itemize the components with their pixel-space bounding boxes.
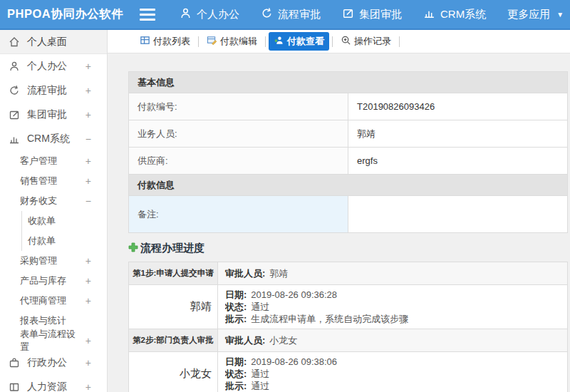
tab-label: 付款编辑 — [220, 35, 257, 48]
progress-table: 第1步:申请人提交申请 审批人员:郭靖 郭靖 日期:2019-08-26 09:… — [128, 262, 568, 392]
sidebar-item-label: CRM系统 — [27, 133, 70, 145]
nav-personal-office[interactable]: 个人办公 — [180, 7, 239, 21]
status-label: 状态: — [225, 301, 247, 312]
comment-label: 批示: — [225, 381, 247, 391]
nav-label: CRM系统 — [440, 8, 486, 21]
tab-payment-list[interactable]: 付款列表 — [135, 32, 195, 51]
bar-chart-icon — [9, 133, 21, 145]
expander-icon[interactable]: + — [83, 295, 91, 306]
table-row: 业务人员: 郭靖 — [129, 120, 568, 148]
progress-section-title: 流程办理进度 — [128, 242, 570, 255]
date-value: 2019-08-26 09:36:28 — [251, 289, 337, 300]
sidebar-item-label: 收款单 — [22, 215, 56, 227]
nav-process-approval[interactable]: 流程审批 — [261, 7, 321, 21]
step-header-row: 第2步:部门负责人审批 审批人员:小龙女 — [129, 329, 568, 352]
briefcase-icon — [9, 357, 21, 368]
content: 基本信息 付款编号: T20190826093426 业务人员: 郭靖 供应商:… — [108, 53, 570, 392]
step-approver: 审批人员:郭靖 — [218, 262, 568, 285]
tab-separator — [332, 36, 333, 47]
tab-separator — [399, 36, 400, 47]
sidebar-item-label: 行政办公 — [27, 356, 67, 369]
magnifier-plus-icon — [341, 35, 351, 48]
home-icon — [9, 36, 21, 48]
step-approver: 审批人员:小龙女 — [218, 329, 568, 352]
nav-label: 更多应用 — [507, 8, 550, 21]
sidebar-item-admin-office[interactable]: 行政办公 + — [0, 351, 107, 375]
sidebar-item-payment-form[interactable]: 付款单 — [21, 231, 107, 251]
sidebar-item-personal-office[interactable]: 个人办公 + — [0, 54, 107, 78]
expander-icon[interactable]: + — [83, 381, 91, 392]
expander-icon[interactable]: + — [83, 357, 91, 368]
nav-more-apps[interactable]: 更多应用 ▼ — [507, 8, 564, 21]
tab-payment-edit[interactable]: 付款编辑 — [202, 32, 262, 51]
section-header-basic-info: 基本信息 — [129, 72, 568, 93]
step-detail-row: 郭靖 日期:2019-08-26 09:36:28 状态:通过 批示:生成流程申… — [129, 285, 568, 329]
sidebar-item-process-approval[interactable]: 流程审批 + — [0, 78, 107, 103]
sidebar-item-human-resources[interactable]: 人力资源 + — [0, 375, 107, 392]
step-detail: 日期:2019-08-26 09:36:28 状态:通过 批示:生成流程申请单，… — [218, 285, 568, 329]
person-view-icon — [274, 35, 284, 48]
field-value-supplier: ergfs — [348, 148, 568, 175]
sidebar-item-label: 客户管理 — [20, 155, 57, 167]
tab-payment-view[interactable]: 付款查看 — [269, 32, 329, 51]
expander-icon[interactable]: + — [83, 275, 91, 287]
expander-icon[interactable]: − — [83, 133, 91, 145]
sidebar-item-form-process-settings[interactable]: 表单与流程设置 + — [0, 331, 107, 351]
expander-icon[interactable]: + — [83, 109, 91, 120]
expander-icon[interactable]: − — [83, 195, 91, 207]
basic-info-table: 基本信息 付款编号: T20190826093426 业务人员: 郭靖 供应商:… — [128, 71, 568, 233]
expander-icon[interactable]: + — [83, 255, 91, 267]
expander-icon[interactable]: + — [83, 175, 91, 187]
plus-icon — [128, 242, 138, 254]
tab-separator — [198, 36, 199, 47]
step-detail-row: 小龙女 日期:2019-08-26 09:38:06 状态:通过 批示:通过 — [129, 352, 568, 392]
sidebar-item-group-approval[interactable]: 集团审批 + — [0, 103, 107, 127]
comment-value: 生成流程申请单，系统自动完成该步骤 — [251, 314, 408, 324]
process-cycle-icon — [261, 7, 273, 21]
progress-title-text: 流程办理进度 — [140, 242, 204, 255]
tab-label: 操作记录 — [354, 35, 391, 48]
sidebar-item-customer-mgmt[interactable]: 客户管理 + — [0, 151, 107, 171]
topbar: PHPOA协同办公软件 个人办公 流程审批 集团审批 CRM系统 更多应用 ▼ — [0, 0, 570, 30]
sidebar-item-crm-system[interactable]: CRM系统 − — [0, 127, 107, 151]
status-value: 通过 — [251, 368, 269, 379]
expander-icon[interactable]: + — [83, 155, 91, 167]
approver-label: 审批人员: — [225, 268, 265, 279]
section-header-payment-info: 付款信息 — [129, 175, 568, 196]
sidebar-item-agent-mgmt[interactable]: 代理商管理 + — [0, 291, 107, 311]
sidebar-item-personal-desktop[interactable]: 个人桌面 — [0, 30, 107, 54]
expander-icon[interactable]: + — [83, 61, 91, 72]
sidebar-item-product-inventory[interactable]: 产品与库存 + — [0, 271, 107, 291]
step-header-row: 第1步:申请人提交申请 审批人员:郭靖 — [129, 262, 568, 285]
step-title: 第2步:部门负责人审批 — [129, 329, 218, 352]
bar-chart-icon — [423, 7, 435, 21]
field-label-supplier: 供应商: — [129, 148, 348, 175]
approver-label: 审批人员: — [225, 335, 265, 346]
field-value-payment-no: T20190826093426 — [348, 93, 568, 120]
sidebar-item-finance[interactable]: 财务收支 − — [0, 191, 107, 211]
sidebar-item-label: 产品与库存 — [20, 274, 66, 287]
nav-crm-system[interactable]: CRM系统 — [423, 7, 486, 21]
tab-bar: 付款列表 付款编辑 付款查看 操作记录 — [108, 30, 570, 53]
person-icon — [9, 61, 21, 72]
tab-operation-log[interactable]: 操作记录 — [336, 32, 396, 51]
expander-icon[interactable]: + — [83, 335, 91, 346]
top-nav: 个人办公 流程审批 集团审批 CRM系统 更多应用 ▼ — [180, 7, 564, 21]
tab-label: 付款查看 — [287, 35, 324, 48]
sidebar-item-label: 采购管理 — [20, 254, 57, 267]
nav-label: 流程审批 — [278, 8, 321, 21]
sidebar-item-label: 流程审批 — [27, 84, 67, 97]
table-row: 付款编号: T20190826093426 — [129, 93, 568, 120]
field-label-remark: 备注: — [129, 196, 348, 233]
book-icon — [9, 381, 21, 392]
nav-group-approval[interactable]: 集团审批 — [342, 7, 402, 21]
hamburger-menu-icon[interactable] — [140, 9, 155, 21]
sidebar-item-label: 付款单 — [22, 234, 56, 247]
sidebar-item-label: 集团审批 — [27, 108, 67, 121]
sidebar-item-purchase-mgmt[interactable]: 采购管理 + — [0, 251, 107, 271]
sidebar-item-sales-mgmt[interactable]: 销售管理 + — [0, 171, 107, 191]
status-label: 状态: — [225, 368, 247, 379]
step-detail: 日期:2019-08-26 09:38:06 状态:通过 批示:通过 — [218, 352, 568, 392]
sidebar-item-receipt-form[interactable]: 收款单 — [21, 211, 107, 231]
expander-icon[interactable]: + — [83, 85, 91, 96]
